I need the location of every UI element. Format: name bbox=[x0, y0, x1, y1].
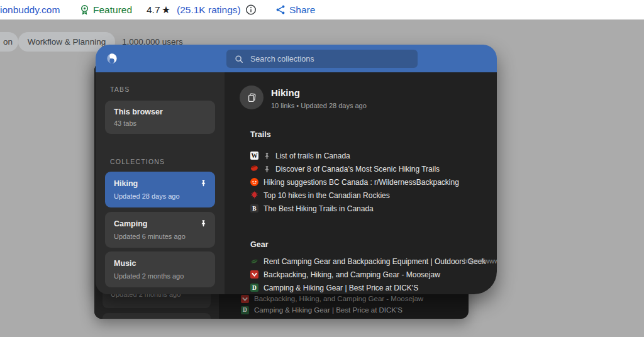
share-button[interactable]: Share bbox=[289, 0, 315, 19]
browser-card-title: This browser bbox=[114, 108, 163, 116]
extension-popup-screenshot: TABS This browser 43 tabs COLLECTIONS Hi… bbox=[96, 45, 497, 294]
collection-title: Hiking bbox=[114, 179, 138, 188]
collections-sidebar: TABS This browser 43 tabs COLLECTIONS Hi… bbox=[96, 72, 225, 294]
moosejaw-favicon bbox=[250, 270, 258, 279]
link-title: Discover 8 of Canada's Most Scenic Hikin… bbox=[275, 165, 440, 174]
dimmed-link-row: D Camping & Hiking Gear | Best Price at … bbox=[241, 306, 402, 314]
collections-heading: COLLECTIONS bbox=[110, 158, 165, 165]
link-title: Top 10 hikes in the Canadian Rockies bbox=[264, 191, 390, 200]
dimmed-link-title: Backpacking, Hiking, and Camping Gear - … bbox=[254, 295, 423, 302]
link-title: The Best Hiking Trails in Canada bbox=[264, 204, 374, 213]
moosejaw-favicon bbox=[241, 295, 249, 303]
link-row[interactable]: Discover 8 of Canada's Most Scenic Hikin… bbox=[250, 164, 440, 174]
link-row[interactable]: B The Best Hiking Trails in Canada bbox=[250, 204, 374, 213]
link-title: Camping & Hiking Gear | Best Price at DI… bbox=[264, 284, 418, 292]
search-icon bbox=[235, 55, 243, 64]
section-heading-gear: Gear bbox=[250, 240, 269, 249]
collection-card-camping[interactable]: Camping Updated 6 minutes ago bbox=[105, 212, 215, 248]
star-icon: ★ bbox=[162, 0, 170, 19]
link-title: Rent Camping Gear and Backpacking Equipm… bbox=[264, 257, 486, 266]
collection-detail-panel: Hiking 10 links • Updated 28 days ago Tr… bbox=[225, 72, 497, 294]
search-box[interactable] bbox=[226, 50, 418, 68]
rating-value: 4.7 bbox=[147, 0, 160, 19]
this-browser-card[interactable]: This browser 43 tabs bbox=[105, 101, 215, 134]
link-row[interactable]: Hiking suggestions BC Canada : r/Wildern… bbox=[250, 177, 459, 187]
link-row[interactable]: W List of trails in Canada bbox=[250, 151, 350, 160]
collection-detail-meta: 10 links • Updated 28 days ago bbox=[271, 102, 367, 109]
outdoors-geek-favicon bbox=[250, 257, 258, 265]
pushpin-icon bbox=[264, 165, 270, 173]
collection-subtitle: Updated 6 minutes ago bbox=[114, 233, 186, 240]
collection-title: Camping bbox=[114, 219, 147, 228]
pushpin-icon bbox=[264, 152, 270, 160]
reddit-favicon bbox=[250, 178, 258, 186]
collection-detail-title: Hiking bbox=[271, 87, 300, 98]
maple-leaf-favicon bbox=[250, 191, 258, 199]
dimmed-collection-card bbox=[103, 313, 211, 319]
collection-subtitle: Updated 28 days ago bbox=[114, 192, 180, 200]
collection-card-music[interactable]: Music Updated 2 months ago bbox=[105, 251, 215, 287]
dicks-favicon: D bbox=[241, 306, 249, 314]
letter-b-favicon: B bbox=[250, 204, 258, 213]
link-title: Hiking suggestions BC Canada : r/Wildern… bbox=[264, 178, 459, 187]
pushpin-icon[interactable] bbox=[200, 179, 207, 187]
section-heading-trails: Trails bbox=[250, 130, 271, 139]
collection-subtitle: Updated 2 months ago bbox=[114, 272, 184, 280]
dimmed-link-row: Backpacking, Hiking, and Camping Gear - … bbox=[241, 294, 423, 303]
swirl-logo-icon bbox=[106, 53, 118, 64]
collection-card-hiking[interactable]: Hiking Updated 28 days ago bbox=[105, 172, 215, 207]
link-row[interactable]: Rent Camping Gear and Backpacking Equipm… bbox=[250, 257, 486, 266]
browser-card-subtitle: 43 tabs bbox=[114, 119, 136, 127]
link-row[interactable]: Top 10 hikes in the Canadian Rockies bbox=[250, 191, 390, 200]
tabs-heading: TABS bbox=[110, 86, 130, 93]
collection-title: Music bbox=[114, 259, 136, 268]
link-row[interactable]: D Camping & Hiking Gear | Best Price at … bbox=[250, 283, 418, 292]
dimmed-link-title: Camping & Hiking Gear | Best Price at DI… bbox=[254, 306, 402, 314]
wikipedia-favicon: W bbox=[250, 152, 258, 160]
pushpin-icon[interactable] bbox=[200, 219, 207, 227]
copy-pages-icon bbox=[247, 92, 257, 103]
store-header: ionbuddy.com Featured 4.7 ★ (25.1K ratin… bbox=[0, 0, 644, 19]
featured-label: Featured bbox=[93, 0, 132, 19]
link-title: Backpacking, Hiking, and Camping Gear - … bbox=[264, 270, 440, 279]
category-pill-clipped[interactable]: on bbox=[0, 32, 18, 52]
collection-avatar bbox=[240, 86, 264, 109]
link-url-hint: https://www bbox=[464, 257, 497, 265]
info-icon[interactable] bbox=[245, 0, 257, 19]
ratings-count-link[interactable]: (25.1K ratings) bbox=[177, 0, 241, 19]
share-icon[interactable] bbox=[275, 0, 286, 19]
search-input[interactable] bbox=[249, 54, 402, 64]
site-link[interactable]: ionbuddy.com bbox=[0, 0, 60, 19]
red-leaf-favicon bbox=[250, 165, 258, 173]
link-title: List of trails in Canada bbox=[275, 152, 350, 160]
dicks-favicon: D bbox=[250, 284, 258, 292]
screenshot-stage: ionbuddy.com Featured 4.7 ★ (25.1K ratin… bbox=[0, 0, 644, 337]
link-row[interactable]: Backpacking, Hiking, and Camping Gear - … bbox=[250, 270, 440, 279]
app-header-bar bbox=[96, 45, 497, 72]
featured-badge-icon bbox=[79, 0, 90, 19]
